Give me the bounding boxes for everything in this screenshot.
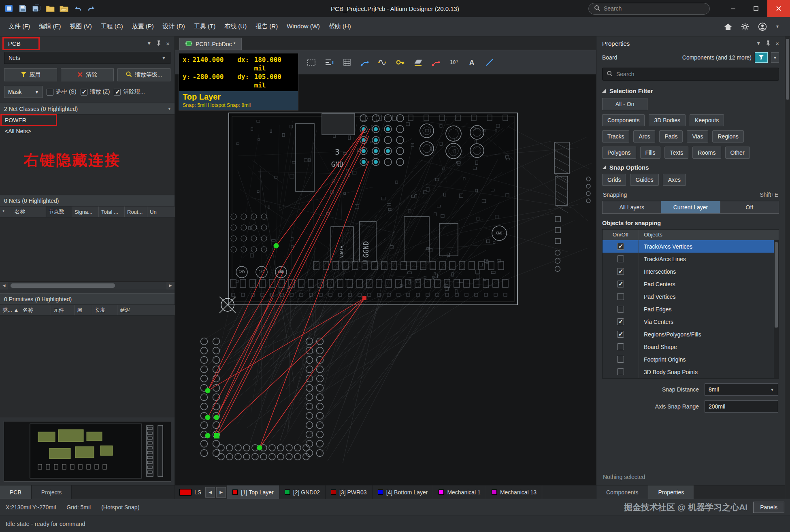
primitives-list[interactable] xyxy=(0,316,175,417)
snap-object-row-track-arcs-lines[interactable]: Track/Arcs Lines xyxy=(603,253,779,265)
column-header-onoff[interactable]: On/Off xyxy=(603,230,639,240)
menu-item-e[interactable]: 编辑 (E) xyxy=(34,20,65,33)
panel-tab-pcb[interactable]: PCB xyxy=(0,485,32,499)
checkbox[interactable] xyxy=(617,356,624,363)
route-icon[interactable] xyxy=(357,54,373,71)
filter-keepouts-button[interactable]: Keepouts xyxy=(690,114,724,126)
grid-icon[interactable] xyxy=(339,54,355,71)
pcb-panel-mode-select[interactable]: Nets ▼ xyxy=(4,52,170,64)
menu-item-r[interactable]: 报告 (R) xyxy=(251,20,282,33)
scroll-right-icon[interactable]: ▶ xyxy=(166,282,175,289)
column-header-6[interactable]: 延迟 xyxy=(117,305,175,315)
layer-tab-3-pwr03[interactable]: [3] PWR03 xyxy=(326,485,373,499)
column-header-6[interactable]: Rout... xyxy=(125,206,147,217)
checkbox[interactable] xyxy=(617,318,624,325)
chevron-down-icon[interactable]: ▼ xyxy=(756,40,761,46)
snap-object-row-pad-centers[interactable]: Pad Centers xyxy=(603,278,779,290)
layer-tab-1-top-layer[interactable]: [1] Top Layer xyxy=(227,485,279,499)
selection-filter-section-header[interactable]: Selection Filter xyxy=(596,82,785,97)
layer-tab-2-gnd02[interactable]: [2] GND02 xyxy=(279,485,326,499)
close-button[interactable] xyxy=(767,0,790,17)
snapping-mode-current-layer[interactable]: Current Layer xyxy=(661,201,720,213)
snap-axes-button[interactable]: Axes xyxy=(663,174,686,186)
board-preview[interactable] xyxy=(4,421,171,481)
menu-item-window-w[interactable]: Window (W) xyxy=(282,20,324,33)
panel-tab-properties[interactable]: Properties xyxy=(648,485,694,499)
checkbox[interactable] xyxy=(617,343,624,350)
document-tab-pcb1[interactable]: PCB1.PcbDoc * xyxy=(179,38,242,50)
scroll-left-icon[interactable]: ◀ xyxy=(0,282,8,289)
menu-item-d[interactable]: 设计 (D) xyxy=(158,20,190,33)
snap-object-row-3d-body-snap-points[interactable]: 3D Body Snap Points xyxy=(603,366,779,378)
zoom-level-button[interactable]: 缩放等级... xyxy=(117,68,170,81)
mask-mode-select[interactable]: Mask ▼ xyxy=(4,86,43,98)
snap-object-row-footprint-origins[interactable]: Footprint Origins xyxy=(603,353,779,366)
nets-hscrollbar[interactable]: ◀ ▶ xyxy=(0,281,175,289)
filter-polygons-button[interactable]: Polygons xyxy=(602,147,636,159)
save-icon[interactable] xyxy=(18,4,28,13)
text-icon[interactable]: A xyxy=(464,54,480,71)
filter-other-button[interactable]: Other xyxy=(725,147,750,159)
column-header-5[interactable]: Total ... xyxy=(99,206,125,217)
vscroll-thumb[interactable] xyxy=(786,39,789,100)
checkbox[interactable] xyxy=(617,331,624,338)
checkbox[interactable] xyxy=(617,306,624,313)
vscroll-thumb[interactable] xyxy=(775,242,778,328)
user-account-icon[interactable] xyxy=(758,22,767,32)
pin-icon[interactable] xyxy=(156,40,161,47)
net-class-item-all-nets[interactable]: <All Nets> xyxy=(0,126,175,136)
layer-tab-mechanical-13[interactable]: Mechanical 13 xyxy=(486,485,542,499)
key-icon[interactable] xyxy=(392,54,409,71)
snapping-mode-off[interactable]: Off xyxy=(720,201,779,213)
checkbox[interactable] xyxy=(617,368,624,375)
axis-snap-range-input[interactable]: 200mil xyxy=(705,400,778,413)
menu-item-f[interactable]: 文件 (F) xyxy=(4,20,34,33)
checkbox[interactable] xyxy=(47,89,53,96)
wave-icon[interactable] xyxy=(375,54,391,71)
chevron-down-icon[interactable]: ▼ xyxy=(147,40,151,46)
layer-set-chip[interactable]: LS xyxy=(175,489,205,496)
close-panel-icon[interactable]: × xyxy=(775,40,779,47)
line-icon[interactable] xyxy=(481,54,498,71)
undo-icon[interactable] xyxy=(73,4,83,13)
nets-header[interactable]: 0 Nets (0 Highlighted) xyxy=(0,195,175,206)
checkbox[interactable] xyxy=(617,281,624,287)
properties-search-input[interactable]: Search xyxy=(602,68,779,81)
nets-list[interactable] xyxy=(0,217,175,281)
filter-arcs-button[interactable]: Arcs xyxy=(633,130,655,143)
snap-object-row-intersections[interactable]: Intersections xyxy=(603,265,779,278)
checkbox[interactable] xyxy=(617,268,624,275)
menu-item-u[interactable]: 布线 (U) xyxy=(220,20,251,33)
snap-object-row-via-centers[interactable]: Via Centers xyxy=(603,315,779,328)
snap-object-row-pad-edges[interactable]: Pad Edges xyxy=(603,303,779,315)
user-menu-caret-icon[interactable]: ▼ xyxy=(775,24,779,29)
menu-item-h[interactable]: 帮助 (H) xyxy=(324,20,356,33)
home-icon[interactable] xyxy=(724,23,733,31)
checkbox[interactable] xyxy=(617,293,624,300)
primitives-header[interactable]: 0 Primitives (0 Highlighted) xyxy=(0,293,175,305)
snap-grids-button[interactable]: Grids xyxy=(602,174,626,186)
pin-icon[interactable] xyxy=(766,40,771,47)
checkbox[interactable] xyxy=(617,255,624,262)
snap-options-section-header[interactable]: Snap Options xyxy=(596,159,785,174)
checkbox[interactable] xyxy=(114,89,121,96)
close-panel-icon[interactable]: × xyxy=(166,40,170,47)
snap-guides-button[interactable]: Guides xyxy=(630,174,658,186)
redo-icon[interactable] xyxy=(87,4,96,13)
filter-rooms-button[interactable]: Rooms xyxy=(692,147,721,159)
panel-tab-projects[interactable]: Projects xyxy=(32,485,72,499)
maximize-button[interactable] xyxy=(745,0,767,17)
checkbox[interactable] xyxy=(617,243,624,250)
snap-object-row-track-arcs-vertices[interactable]: Track/Arcs Vertices xyxy=(603,240,779,253)
apply-filter-button[interactable]: 应用 xyxy=(4,68,57,81)
layer-tab-mechanical-1[interactable]: Mechanical 1 xyxy=(433,485,486,499)
filter-vias-button[interactable]: Vias xyxy=(687,130,708,143)
dimension-icon[interactable]: 10¹ xyxy=(446,54,462,71)
menu-item-t[interactable]: 工具 (T) xyxy=(190,20,220,33)
scope-filter-button[interactable] xyxy=(755,52,768,63)
column-header-7[interactable]: Un xyxy=(147,206,175,217)
column-header-2[interactable]: 名称 xyxy=(12,206,46,217)
column-header-3[interactable]: 节点数 xyxy=(46,206,72,217)
net-classes-header[interactable]: 2 Net Classes (0 Highlighted) ▾ xyxy=(0,103,175,115)
column-header-5[interactable]: 长度 xyxy=(92,305,117,315)
